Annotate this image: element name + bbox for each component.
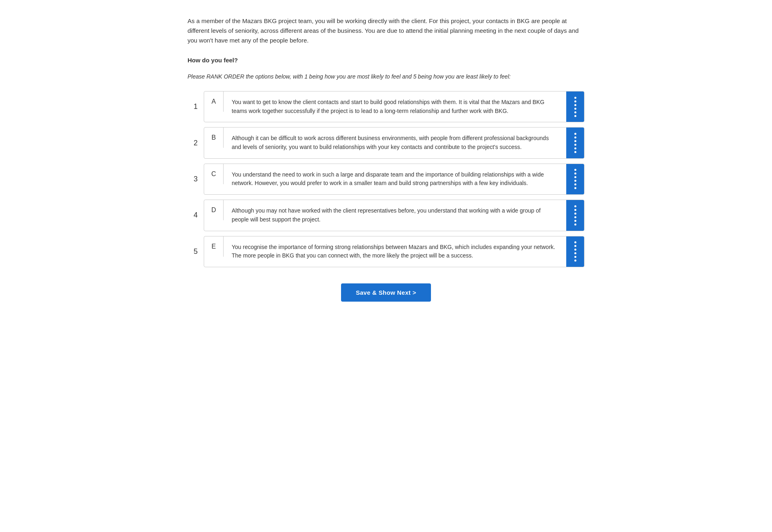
- rank-number: 5: [188, 247, 204, 256]
- drag-handle[interactable]: [566, 128, 584, 158]
- rank-number: 2: [188, 139, 204, 147]
- drag-dots-icon: [574, 133, 576, 153]
- option-letter-label: A: [204, 92, 224, 112]
- rank-card: CYou understand the need to work in such…: [204, 164, 584, 195]
- rank-number: 4: [188, 211, 204, 219]
- option-text: You want to get to know the client conta…: [224, 92, 566, 122]
- rank-item: 2BAlthough it can be difficult to work a…: [188, 127, 584, 158]
- rank-card: BAlthough it can be difficult to work ac…: [204, 127, 584, 158]
- rank-item: 1AYou want to get to know the client con…: [188, 91, 584, 122]
- rank-card: EYou recognise the importance of forming…: [204, 236, 584, 267]
- rank-number: 3: [188, 175, 204, 183]
- option-letter-label: E: [204, 236, 224, 257]
- rank-card: DAlthough you may not have worked with t…: [204, 200, 584, 231]
- drag-handle[interactable]: [566, 200, 584, 230]
- rank-item: 3CYou understand the need to work in suc…: [188, 164, 584, 195]
- drag-dots-icon: [574, 205, 576, 226]
- button-container: Save & Show Next >: [188, 283, 584, 302]
- drag-handle[interactable]: [566, 92, 584, 122]
- drag-dots-icon: [574, 241, 576, 262]
- question-label: How do you feel?: [188, 57, 584, 64]
- drag-handle[interactable]: [566, 236, 584, 267]
- option-letter-label: D: [204, 200, 224, 220]
- rank-item: 5EYou recognise the importance of formin…: [188, 236, 584, 267]
- option-text: Although you may not have worked with th…: [224, 200, 566, 230]
- option-text: Although it can be difficult to work acr…: [224, 128, 566, 158]
- save-show-next-button[interactable]: Save & Show Next >: [341, 283, 431, 302]
- rank-item: 4DAlthough you may not have worked with …: [188, 200, 584, 231]
- option-text: You recognise the importance of forming …: [224, 236, 566, 267]
- rank-card: AYou want to get to know the client cont…: [204, 91, 584, 122]
- drag-dots-icon: [574, 169, 576, 189]
- instruction-text: Please RANK ORDER the options below, wit…: [188, 73, 584, 80]
- option-letter-label: B: [204, 128, 224, 148]
- rank-list: 1AYou want to get to know the client con…: [188, 91, 584, 267]
- rank-number: 1: [188, 102, 204, 111]
- option-letter-label: C: [204, 164, 224, 184]
- drag-handle[interactable]: [566, 164, 584, 194]
- drag-dots-icon: [574, 97, 576, 117]
- option-text: You understand the need to work in such …: [224, 164, 566, 194]
- intro-text: As a member of the Mazars BKG project te…: [188, 16, 584, 45]
